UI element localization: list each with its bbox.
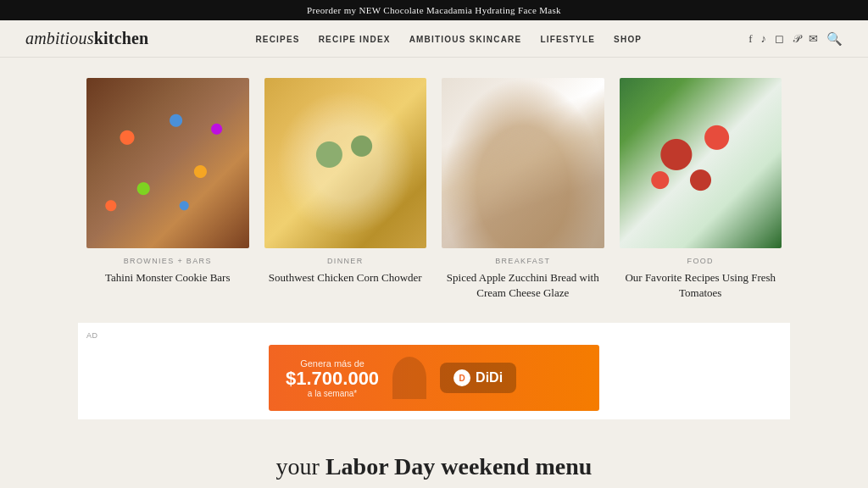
nav-right: f ♪ ◻ 𝒫 ✉ 🔍 xyxy=(748,31,843,47)
logo-part1: ambitious xyxy=(25,29,94,47)
recipe-title-3: Our Favorite Recipes Using Fresh Tomatoe… xyxy=(620,270,782,301)
recipe-category-2: BREAKFAST xyxy=(495,257,550,265)
instagram-icon[interactable]: ◻ xyxy=(775,32,784,46)
ad-line2: a la semana* xyxy=(286,389,379,398)
recipe-image-chicken-chowder xyxy=(264,78,427,248)
recipe-image-tomato-recipes xyxy=(620,78,782,248)
ad-amount: $1.700.000 xyxy=(286,369,379,389)
facebook-icon[interactable]: f xyxy=(748,32,752,46)
didi-icon: D xyxy=(453,369,470,386)
recipe-title-2: Spiced Apple Zucchini Bread with Cream C… xyxy=(442,270,604,301)
nav-links: RECIPES RECIPE INDEX AMBITIOUS SKINCARE … xyxy=(255,32,642,46)
ad-banner[interactable]: Genera más de $1.700.000 a la semana* D … xyxy=(269,345,599,411)
recipe-title-1: Southwest Chicken Corn Chowder xyxy=(269,270,422,286)
main-nav: ambitiouskitchen RECIPES RECIPE INDEX AM… xyxy=(0,20,868,58)
email-icon[interactable]: ✉ xyxy=(809,32,818,46)
recipe-category-3: FOOD xyxy=(687,257,714,265)
recipe-card-chicken-chowder[interactable]: DINNER Southwest Chicken Corn Chowder xyxy=(264,78,427,301)
recipe-image-zucchini-bread xyxy=(442,78,604,248)
ad-section: AD Genera más de $1.700.000 a la semana*… xyxy=(78,323,790,419)
recipe-card-tomato-recipes[interactable]: FOOD Our Favorite Recipes Using Fresh To… xyxy=(620,78,782,301)
nav-skincare[interactable]: AMBITIOUS SKINCARE xyxy=(409,35,522,44)
didi-brand: DiDi xyxy=(476,370,503,385)
main-content: BROWNIES + BARS Tahini Monster Cookie Ba… xyxy=(70,58,798,488)
recipe-card-tahini-bars[interactable]: BROWNIES + BARS Tahini Monster Cookie Ba… xyxy=(86,78,249,301)
ad-copy: Genera más de $1.700.000 a la semana* xyxy=(286,358,379,398)
nav-lifestyle[interactable]: LIFESTYLE xyxy=(540,35,595,44)
recipe-image-tahini-bars xyxy=(86,78,249,248)
ad-label: AD xyxy=(86,331,782,340)
pinterest-icon[interactable]: 𝒫 xyxy=(793,32,800,46)
ad-figure xyxy=(392,357,426,399)
section-heading-bold: Labor Day weekend menu xyxy=(326,453,593,480)
section-heading: your Labor Day weekend menu xyxy=(78,433,790,488)
recipe-category-1: DINNER xyxy=(327,257,364,265)
nav-shop[interactable]: SHOP xyxy=(614,35,642,44)
nav-recipes[interactable]: RECIPES xyxy=(255,35,299,44)
recipe-card-zucchini-bread[interactable]: BREAKFAST Spiced Apple Zucchini Bread wi… xyxy=(442,78,604,301)
recipe-grid: BROWNIES + BARS Tahini Monster Cookie Ba… xyxy=(78,58,790,309)
didi-logo: D DiDi xyxy=(440,363,516,393)
recipe-title-0: Tahini Monster Cookie Bars xyxy=(105,270,231,286)
search-icon[interactable]: 🔍 xyxy=(826,31,843,47)
tiktok-icon[interactable]: ♪ xyxy=(761,32,767,46)
ad-line1: Genera más de xyxy=(286,358,379,369)
top-banner: Preorder my NEW Chocolate Macadamia Hydr… xyxy=(0,0,868,20)
logo-part2: kitchen xyxy=(94,29,149,47)
recipe-category-0: BROWNIES + BARS xyxy=(124,257,212,265)
top-banner-text: Preorder my NEW Chocolate Macadamia Hydr… xyxy=(307,5,561,15)
logo[interactable]: ambitiouskitchen xyxy=(25,29,148,48)
nav-recipe-index[interactable]: RECIPE INDEX xyxy=(319,35,391,44)
